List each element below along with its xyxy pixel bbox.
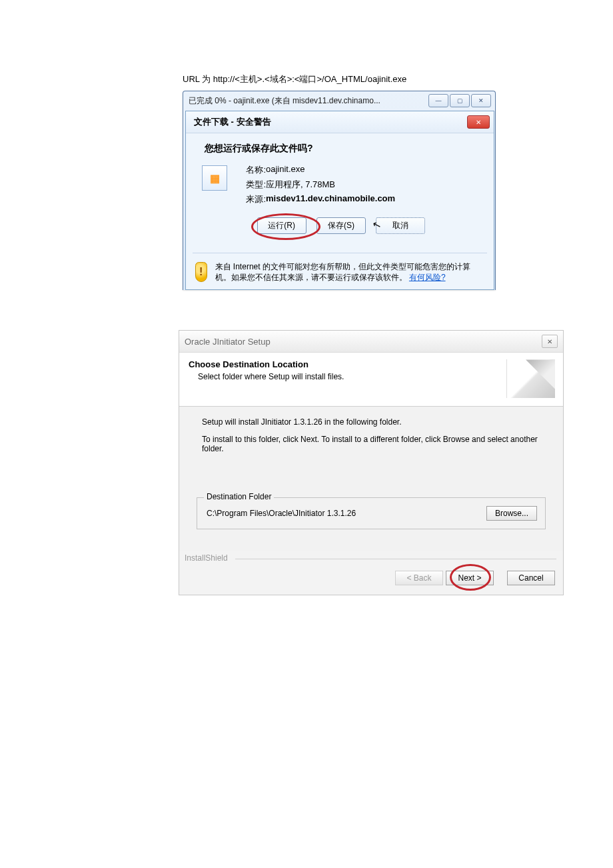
shield-warning-icon: !: [195, 262, 207, 282]
close-icon[interactable]: ✕: [542, 335, 558, 348]
value-source: misdev11.dev.chinamobile.com: [266, 193, 395, 205]
back-button: < Back: [395, 571, 443, 585]
destination-legend: Destination Folder: [204, 492, 274, 501]
destination-path: C:\Program Files\Oracle\JInitiator 1.3.1…: [207, 509, 486, 518]
wizard-heading: Choose Destination Location: [189, 359, 506, 369]
cancel-button[interactable]: 取消: [376, 217, 425, 234]
next-button[interactable]: Next >: [446, 571, 494, 585]
value-type: 应用程序, 7.78MB: [266, 179, 395, 191]
security-warning-heading: 您想运行或保存此文件吗?: [205, 143, 480, 155]
file-exe-icon: ▦: [202, 165, 227, 191]
maximize-button[interactable]: ▢: [450, 94, 470, 107]
page-curl-decoration: [506, 359, 555, 398]
save-button[interactable]: 保存(S): [316, 217, 366, 234]
wizard-text-1: Setup will install JInitiator 1.3.1.26 i…: [202, 417, 546, 427]
minimize-button[interactable]: —: [428, 94, 448, 107]
download-progress-window: 已完成 0% - oajinit.exe (来自 misdev11.dev.ch…: [183, 91, 496, 290]
wizard-title: Oracle JInitiator Setup: [185, 337, 542, 347]
destination-folder-group: Destination Folder C:\Program Files\Orac…: [197, 497, 546, 529]
close-icon[interactable]: ✕: [467, 115, 490, 129]
value-name: oajinit.exe: [266, 164, 395, 176]
wizard-text-2: To install to this folder, click Next. T…: [202, 435, 546, 453]
jinitiator-setup-window: Oracle JInitiator Setup ✕ Choose Destina…: [179, 330, 564, 595]
wizard-subheading: Select folder where Setup will install f…: [198, 372, 506, 381]
security-warning-dialog: 文件下载 - 安全警告 ✕ 您想运行或保存此文件吗? ▦ 名称: oajinit…: [185, 111, 494, 290]
run-button[interactable]: 运行(R): [257, 217, 306, 234]
security-warning-title: 文件下载 - 安全警告: [194, 116, 467, 128]
risk-link[interactable]: 有何风险?: [409, 273, 446, 282]
security-warning-text: 来自 Internet 的文件可能对您有所帮助，但此文件类型可能危害您的计算机。…: [215, 261, 484, 283]
close-button[interactable]: ✕: [471, 94, 491, 107]
url-line: URL 为 http://<主机>.<域名>:<端口>/OA_HTML/oaji…: [183, 73, 565, 85]
browse-button[interactable]: Browse...: [486, 506, 537, 521]
label-source: 来源:: [235, 193, 266, 205]
label-name: 名称:: [235, 164, 266, 176]
cancel-button[interactable]: Cancel: [507, 571, 555, 585]
label-type: 类型:: [235, 179, 266, 191]
download-progress-title: 已完成 0% - oajinit.exe (来自 misdev11.dev.ch…: [189, 95, 427, 107]
installshield-brand: InstallShield: [179, 551, 563, 565]
